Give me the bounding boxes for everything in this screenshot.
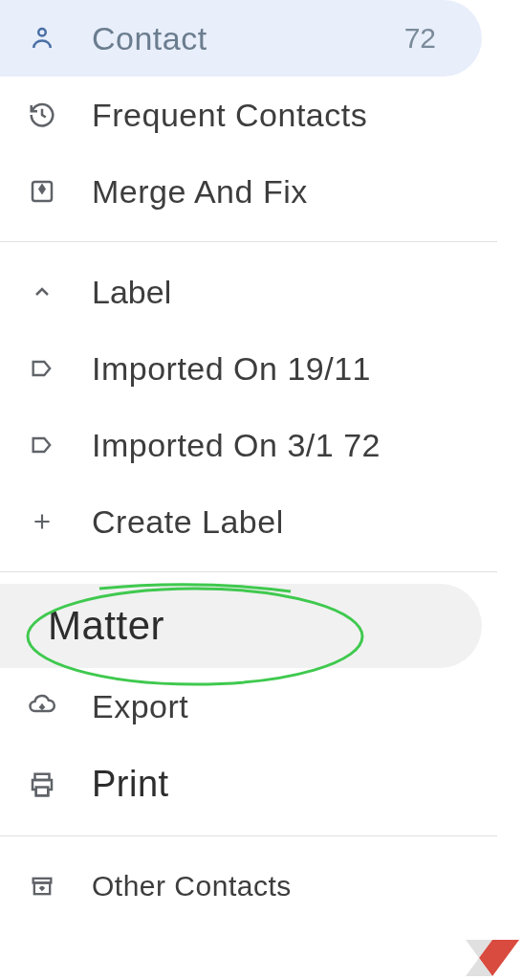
sidebar-item-other[interactable]: Other Contacts: [0, 848, 497, 924]
clock-icon: [23, 96, 61, 134]
svg-point-0: [38, 29, 46, 36]
archive-icon: [23, 867, 61, 905]
chevron-up-icon: [23, 273, 61, 311]
contact-label: Contact: [92, 20, 404, 57]
sidebar-label-item-2[interactable]: Imported On 3/1 72: [0, 407, 497, 483]
label-icon: [23, 349, 61, 388]
sidebar-label-item-1[interactable]: Imported On 19/11: [0, 330, 497, 407]
label-text-1: Imported On 19/11: [92, 350, 474, 388]
create-label-text: Create Label: [92, 503, 474, 541]
export-label: Export: [92, 688, 474, 725]
contacts-sidebar: Contact 72 Frequent Contacts Merge And F…: [0, 0, 497, 924]
divider: [0, 835, 497, 836]
label-icon: [23, 426, 61, 464]
labels-section-header[interactable]: Label: [0, 254, 497, 330]
contact-count: 72: [404, 22, 436, 55]
sidebar-create-label[interactable]: Create Label: [0, 483, 497, 560]
merge-label: Merge And Fix: [92, 173, 474, 211]
divider: [0, 241, 497, 242]
svg-rect-3: [36, 787, 49, 795]
other-label: Other Contacts: [92, 870, 474, 902]
import-label: Matter: [48, 603, 459, 649]
cloud-download-icon: [23, 687, 61, 725]
sidebar-item-frequent[interactable]: Frequent Contacts: [0, 77, 497, 153]
sidebar-item-merge[interactable]: Merge And Fix: [0, 153, 497, 230]
merge-icon: [23, 172, 61, 211]
person-icon: [23, 19, 61, 57]
sidebar-item-export[interactable]: Export: [0, 668, 497, 745]
sidebar-item-print[interactable]: Print: [0, 745, 497, 824]
labels-title: Label: [92, 274, 171, 311]
frequent-label: Frequent Contacts: [92, 97, 474, 134]
label-text-2: Imported On 3/1 72: [92, 427, 474, 464]
plus-icon: [23, 502, 61, 541]
sidebar-item-contacts[interactable]: Contact 72: [0, 0, 482, 77]
sidebar-item-import[interactable]: Matter: [0, 584, 482, 668]
print-label: Print: [92, 764, 474, 805]
print-icon: [23, 766, 61, 804]
divider: [0, 571, 497, 572]
site-logo-badge: [466, 940, 519, 976]
